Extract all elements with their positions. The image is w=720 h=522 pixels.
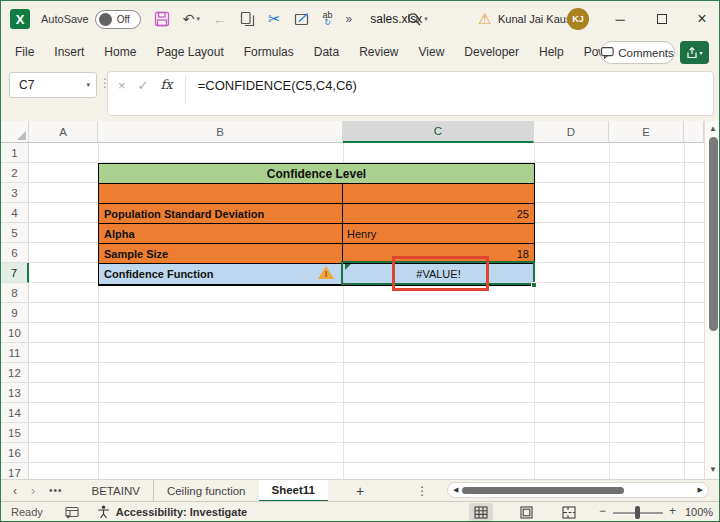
next-sheet-icon[interactable]: › xyxy=(31,484,35,498)
fill-handle[interactable] xyxy=(531,282,537,288)
horizontal-scrollbar[interactable]: ◀ ▶ xyxy=(447,482,709,498)
cut-icon[interactable]: ✂ xyxy=(268,10,281,28)
scroll-up-icon[interactable]: ▲ xyxy=(705,124,720,133)
macro-record-icon[interactable] xyxy=(65,506,79,519)
row-header-14[interactable]: 14 xyxy=(1,403,29,423)
insert-function-icon[interactable]: fx xyxy=(161,77,173,92)
ribbon-tab-home[interactable]: Home xyxy=(94,37,146,67)
row-header-13[interactable]: 13 xyxy=(1,383,29,403)
row-header-12[interactable]: 12 xyxy=(1,363,29,383)
all-sheets-icon[interactable]: ••• xyxy=(49,485,63,496)
undo-button[interactable]: ↶ ▾ xyxy=(183,11,200,27)
share-button[interactable]: ▾ xyxy=(680,41,709,64)
scroll-left-icon[interactable]: ◀ xyxy=(453,486,458,494)
name-box[interactable]: C7 ▾ xyxy=(9,72,97,98)
value-error-cell[interactable]: #VALUE! xyxy=(343,264,534,284)
label-cell[interactable]: Sample Size xyxy=(99,244,343,263)
ribbon-tab-file[interactable]: File xyxy=(5,37,44,67)
sheet-tab-sheet11[interactable]: Sheet11 xyxy=(259,480,328,502)
row-header-2[interactable]: 2 xyxy=(1,163,29,183)
column-header-D[interactable]: D xyxy=(534,121,609,143)
row-header-15[interactable]: 15 xyxy=(1,423,29,443)
ribbon-tab-page-layout[interactable]: Page Layout xyxy=(146,37,233,67)
row-header-11[interactable]: 11 xyxy=(1,343,29,363)
confidence-table[interactable]: Confidence Level Population Standard Dev… xyxy=(98,163,535,286)
row-header-6[interactable]: 6 xyxy=(1,243,29,263)
table-title-cell[interactable]: Confidence Level xyxy=(99,164,534,184)
save-icon[interactable] xyxy=(154,11,170,27)
minimize-button[interactable]: ─ xyxy=(605,1,635,37)
copy-icon[interactable] xyxy=(240,11,255,27)
enter-check-icon[interactable]: ✓ xyxy=(138,78,149,93)
row-header-8[interactable]: 8 xyxy=(1,283,29,303)
formula-text[interactable]: =CONFIDENCE(C5,C4,C6) xyxy=(198,78,357,93)
new-sheet-button[interactable]: + xyxy=(356,483,364,499)
ribbon-tab-insert[interactable]: Insert xyxy=(44,37,94,67)
label-cell[interactable] xyxy=(99,184,343,203)
overflow-icon[interactable]: » xyxy=(346,12,353,26)
column-header-A[interactable]: A xyxy=(29,121,98,143)
row-header-16[interactable]: 16 xyxy=(1,443,29,463)
row-header-10[interactable]: 10 xyxy=(1,323,29,343)
table-row[interactable]: Population Standard Deviation 25 xyxy=(99,204,534,224)
error-warning-icon[interactable]: ! xyxy=(318,266,334,280)
back-arrow-icon[interactable]: ← xyxy=(213,11,227,27)
page-layout-view-button[interactable] xyxy=(514,503,538,522)
zoom-slider-handle[interactable] xyxy=(635,506,640,519)
accessibility-status-label[interactable]: Accessibility: Investigate xyxy=(116,506,247,518)
select-all-corner[interactable] xyxy=(1,121,29,143)
ribbon-tab-formulas[interactable]: Formulas xyxy=(234,37,304,67)
row-header-7[interactable]: 7 xyxy=(1,263,29,283)
zoom-out-button[interactable]: − xyxy=(599,504,606,518)
ribbon-tab-view[interactable]: View xyxy=(409,37,455,67)
table-row[interactable]: Alpha Henry xyxy=(99,224,534,244)
replace-icon[interactable]: ab ↻ xyxy=(323,12,333,26)
formula-input-area[interactable]: × ✓ fx =CONFIDENCE(C5,C4,C6) xyxy=(107,71,714,116)
vertical-scroll-thumb[interactable] xyxy=(709,137,718,331)
label-cell[interactable]: Confidence Function ! xyxy=(99,264,343,284)
value-cell[interactable]: 25 xyxy=(343,204,534,223)
maximize-button[interactable] xyxy=(647,1,677,37)
horizontal-scroll-thumb[interactable] xyxy=(462,487,624,494)
autosave-toggle[interactable]: Off xyxy=(95,10,141,29)
prev-sheet-icon[interactable]: ‹ xyxy=(13,484,17,498)
close-button[interactable]: × xyxy=(687,1,717,37)
table-row[interactable]: Confidence Function ! #VALUE! xyxy=(99,264,534,285)
value-cell[interactable]: 18 xyxy=(343,244,534,263)
column-header-B[interactable]: B xyxy=(98,121,343,143)
normal-view-button[interactable] xyxy=(469,503,493,522)
table-row[interactable] xyxy=(99,184,534,204)
vertical-scrollbar[interactable]: ▲ ▼ xyxy=(704,121,720,479)
ribbon-tab-review[interactable]: Review xyxy=(349,37,408,67)
avatar[interactable]: KJ xyxy=(567,1,589,37)
label-cell[interactable]: Population Standard Deviation xyxy=(99,204,343,223)
value-cell[interactable] xyxy=(343,184,534,203)
cancel-icon[interactable]: × xyxy=(118,78,126,93)
comments-button[interactable]: Comments xyxy=(600,41,675,64)
row-header-9[interactable]: 9 xyxy=(1,303,29,323)
sheet-tab-betainv[interactable]: BETAINV xyxy=(79,480,153,502)
search-icon[interactable] xyxy=(407,1,422,37)
excel-logo-icon[interactable]: X xyxy=(10,9,30,29)
edit-document-icon[interactable] xyxy=(294,12,310,27)
row-header-3[interactable]: 3 xyxy=(1,183,29,203)
scroll-right-icon[interactable]: ▶ xyxy=(698,486,703,494)
ribbon-tab-developer[interactable]: Developer xyxy=(454,37,529,67)
alert-warning-icon[interactable]: ⚠ xyxy=(478,1,491,37)
row-header-17[interactable]: 17 xyxy=(1,463,29,479)
scroll-down-icon[interactable]: ▼ xyxy=(705,465,720,474)
value-cell[interactable]: Henry xyxy=(343,224,534,243)
zoom-level-label[interactable]: 100% xyxy=(685,506,713,518)
accessibility-icon[interactable] xyxy=(97,505,110,519)
ribbon-tab-data[interactable]: Data xyxy=(304,37,349,67)
ribbon-tab-help[interactable]: Help xyxy=(529,37,574,67)
column-header-C[interactable]: C xyxy=(343,121,534,143)
page-break-view-button[interactable] xyxy=(557,503,581,522)
table-row[interactable]: Sample Size 18 xyxy=(99,244,534,264)
sheet-tab-ceiling-function[interactable]: Ceiling function xyxy=(153,480,259,502)
zoom-in-button[interactable]: + xyxy=(669,504,676,518)
row-header-4[interactable]: 4 xyxy=(1,203,29,223)
column-header-E[interactable]: E xyxy=(609,121,684,143)
column-header-partial[interactable] xyxy=(684,121,704,143)
label-cell[interactable]: Alpha xyxy=(99,224,343,243)
